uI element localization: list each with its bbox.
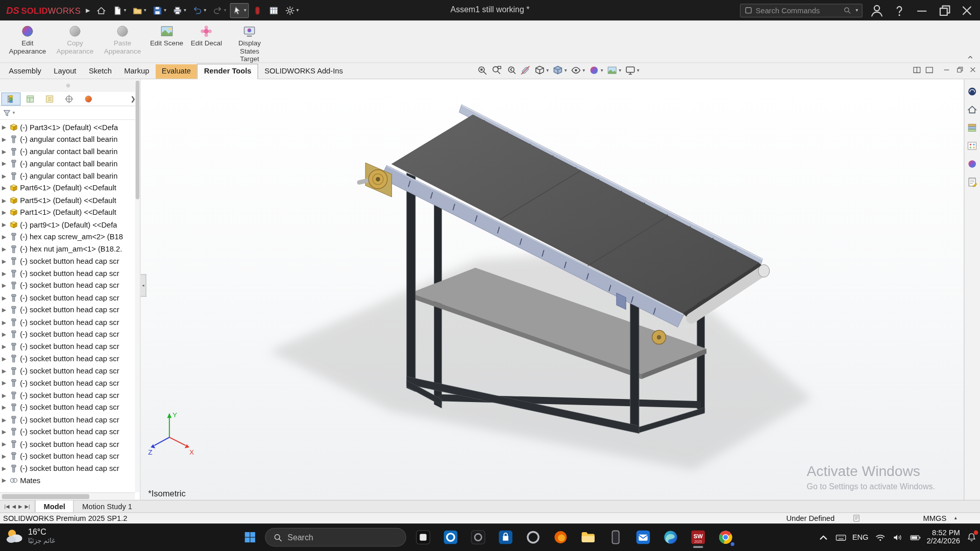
tree-vertical-scrollbar[interactable] bbox=[135, 80, 140, 492]
ribbon-paste-appearance-button[interactable]: Paste Appearance bbox=[99, 22, 146, 61]
account-button[interactable] bbox=[869, 3, 885, 18]
tree-item[interactable]: ▶(-) angular contact ball bearin bbox=[0, 133, 140, 145]
taskbar-firefox-icon[interactable] bbox=[550, 527, 572, 548]
expand-arrow-icon[interactable]: ▶ bbox=[2, 356, 9, 362]
expand-arrow-icon[interactable]: ▶ bbox=[2, 124, 9, 130]
taskpane-pane-home-button[interactable] bbox=[967, 104, 978, 115]
expand-arrow-icon[interactable]: ▶ bbox=[2, 307, 9, 313]
titlebar-sheet-button[interactable] bbox=[266, 3, 281, 18]
titlebar-gear-button[interactable]: ▾ bbox=[283, 3, 302, 18]
ribbon-copy-appearance-button[interactable]: Copy Appearance bbox=[51, 22, 99, 61]
tree-item[interactable]: ▶(-) socket button head cap scr bbox=[0, 425, 140, 438]
taskpane-custom-props-button[interactable] bbox=[967, 176, 978, 187]
tree-item[interactable]: ▶(-) socket button head cap scr bbox=[0, 316, 140, 329]
taskbar-photos-icon[interactable] bbox=[412, 527, 434, 548]
titlebar-xpress-button[interactable] bbox=[250, 3, 265, 18]
tree-item[interactable]: ▶(-) socket button head cap scr bbox=[0, 267, 140, 280]
window-minimize-button[interactable] bbox=[914, 3, 930, 18]
tree-item[interactable]: ▶Part5<1> (Default) <<Default bbox=[0, 194, 140, 207]
titlebar-open-button[interactable]: ▾ bbox=[130, 3, 149, 18]
expand-arrow-icon[interactable]: ▶ bbox=[2, 210, 9, 216]
expand-arrow-icon[interactable]: ▶ bbox=[2, 197, 9, 204]
expand-arrow-icon[interactable]: ▶ bbox=[2, 246, 9, 252]
tree-item[interactable]: ▶Part6<1> (Default) <<Default bbox=[0, 182, 140, 194]
doc-minimize-icon[interactable] bbox=[943, 66, 951, 74]
panel-resize-dot[interactable] bbox=[66, 84, 70, 87]
titlebar-save-button[interactable]: ▾ bbox=[150, 3, 169, 18]
tab-render-tools[interactable]: Render Tools bbox=[197, 64, 258, 80]
tree-horizontal-scrollbar[interactable] bbox=[0, 492, 135, 500]
command-search-input[interactable] bbox=[755, 6, 840, 15]
notification-bell[interactable] bbox=[966, 531, 977, 543]
expand-arrow-icon[interactable]: ▶ bbox=[2, 173, 9, 179]
tree-item[interactable]: ▶(-) angular contact ball bearin bbox=[0, 145, 140, 158]
status-units[interactable]: MMGS bbox=[923, 514, 947, 523]
window-close-button[interactable] bbox=[959, 3, 975, 18]
headsup-prev-view-button[interactable] bbox=[505, 64, 517, 76]
status-edit-icon[interactable] bbox=[852, 514, 861, 522]
clock[interactable]: 8:52 PM 2/24/2026 bbox=[926, 529, 960, 546]
expand-arrow-icon[interactable]: ▶ bbox=[2, 429, 9, 435]
expand-arrow-icon[interactable]: ▶ bbox=[2, 148, 9, 155]
doc-close-icon[interactable] bbox=[969, 66, 977, 74]
expand-arrow-icon[interactable]: ▶ bbox=[2, 161, 9, 167]
headsup-section-button[interactable] bbox=[520, 64, 531, 76]
panel-splitter-handle[interactable]: ◂ bbox=[141, 274, 146, 297]
tab-sketch[interactable]: Sketch bbox=[83, 64, 118, 79]
volume-icon[interactable] bbox=[892, 531, 903, 543]
command-search[interactable]: ▾ bbox=[740, 4, 863, 17]
split-pane-icon[interactable] bbox=[913, 66, 921, 74]
filter-icon[interactable] bbox=[3, 108, 11, 117]
graphics-viewport[interactable]: ◂ Y X Z *Isometric Activate Windows Go t… bbox=[141, 80, 964, 500]
taskbar-mail-icon[interactable] bbox=[632, 527, 654, 548]
help-button[interactable] bbox=[891, 3, 908, 18]
titlebar-redo-button[interactable]: ▾ bbox=[210, 3, 229, 18]
tree-item[interactable]: ▶(-) hex cap screw_am<2> (B18 bbox=[0, 231, 140, 243]
model-tab-model[interactable]: Model bbox=[35, 500, 74, 512]
taskbar-copilot-icon[interactable] bbox=[523, 527, 544, 548]
headsup-appearance-button[interactable]: ▾ bbox=[588, 64, 604, 76]
taskbar-search-input[interactable] bbox=[287, 533, 381, 542]
expand-arrow-icon[interactable]: ▶ bbox=[2, 221, 9, 228]
brand-expand-icon[interactable]: ▶ bbox=[86, 7, 90, 13]
tree-item[interactable]: ▶(-) socket button head cap scr bbox=[0, 328, 140, 340]
ribbon-edit-appearance-button[interactable]: Edit Appearance bbox=[4, 22, 51, 61]
conveyor-3d-model[interactable] bbox=[141, 80, 964, 500]
battery-icon[interactable] bbox=[909, 531, 921, 543]
ribbon-edit-scene-button[interactable]: Edit Scene bbox=[146, 22, 187, 61]
filter-caret-icon[interactable]: ▾ bbox=[12, 110, 15, 115]
ribbon-collapse-icon[interactable] bbox=[966, 54, 975, 60]
tree-item[interactable]: ▶(-) socket button head cap scr bbox=[0, 414, 140, 426]
tree-item[interactable]: ▶(-) socket button head cap scr bbox=[0, 304, 140, 316]
tree-item[interactable]: ▶(-) hex nut jam_am<1> (B18.2. bbox=[0, 243, 140, 255]
tree-item[interactable]: ▶(-) socket button head cap scr bbox=[0, 389, 140, 402]
start-button[interactable] bbox=[241, 529, 259, 546]
units-caret-icon[interactable]: ▴ bbox=[954, 515, 957, 520]
tree-item[interactable]: ▶(-) socket button head cap scr bbox=[0, 340, 140, 353]
tree-item[interactable]: ▶(-) part9<1> (Default) <<Defa bbox=[0, 219, 140, 231]
model-tab-motion-study-1[interactable]: Motion Study 1 bbox=[74, 500, 140, 512]
headsup-zoom-area-button[interactable] bbox=[491, 64, 502, 76]
tree-item[interactable]: ▶(-) socket button head cap scr bbox=[0, 365, 140, 377]
expand-arrow-icon[interactable]: ▶ bbox=[2, 295, 9, 301]
touch-keyboard-icon[interactable] bbox=[835, 531, 846, 543]
panel-tab-display-mgr[interactable] bbox=[79, 92, 98, 106]
tree-item[interactable]: ▶(-) Part3<1> (Default) <<Defa bbox=[0, 121, 140, 134]
taskpane-view-palette-button[interactable] bbox=[967, 140, 978, 151]
taskpane-design-library-button[interactable] bbox=[967, 122, 978, 133]
headsup-zoom-fit-button[interactable] bbox=[476, 64, 488, 76]
taskbar-camera-icon[interactable] bbox=[468, 527, 489, 548]
expand-arrow-icon[interactable]: ▶ bbox=[2, 283, 9, 289]
tray-chevron-icon[interactable] bbox=[817, 531, 829, 543]
wifi-icon[interactable] bbox=[874, 531, 886, 543]
expand-arrow-icon[interactable]: ▶ bbox=[2, 416, 9, 422]
tree-item[interactable]: ▶(-) socket button head cap scr bbox=[0, 450, 140, 462]
expand-arrow-icon[interactable]: ▶ bbox=[2, 392, 9, 398]
panel-tab-configurations[interactable] bbox=[40, 92, 59, 106]
tab-solidworks-add-ins[interactable]: SOLIDWORKS Add-Ins bbox=[258, 64, 349, 79]
taskbar-explorer-icon[interactable] bbox=[577, 527, 599, 548]
taskpane-appearances-button[interactable] bbox=[967, 158, 978, 169]
ribbon-display-states-target-button[interactable]: Display States Target bbox=[226, 22, 273, 61]
taskbar-chrome-icon[interactable] bbox=[715, 527, 737, 548]
tree-item[interactable]: ▶(-) socket button head cap scr bbox=[0, 280, 140, 292]
